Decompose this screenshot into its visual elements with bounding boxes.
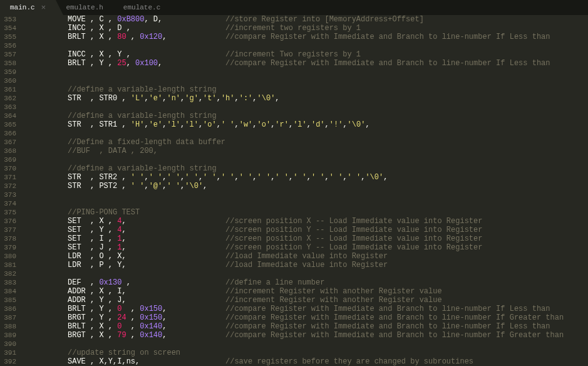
code-line[interactable]: //define a variable-length string [25, 164, 588, 173]
code-line[interactable]: ADDR , X , I,//increment Register with a… [25, 287, 588, 296]
code-line[interactable] [25, 269, 588, 278]
line-number: 361 [0, 85, 16, 94]
code-line[interactable]: BRGT , Y , 24 , 0x150,//compare Register… [25, 313, 588, 322]
code-line[interactable] [25, 199, 588, 208]
line-number: 356 [0, 41, 16, 50]
line-number: 367 [0, 138, 16, 147]
code-line[interactable]: //PING-PONG TEST [25, 208, 588, 217]
code-line[interactable]: BRLT , Y , 25, 0x100,//compare Register … [25, 59, 588, 68]
line-number: 382 [0, 269, 16, 278]
code-line[interactable]: BRGT , X , 79 , 0x140,//compare Register… [25, 331, 588, 340]
code-line[interactable]: BRLT , Y , 0 , 0x150,//compare Register … [25, 305, 588, 313]
line-number: 370 [0, 164, 16, 173]
tab-label: emulate.h [66, 4, 103, 11]
code-line[interactable]: SET , X , 4,//screen position X -- Load … [25, 217, 588, 226]
code-line[interactable]: SET , I , 1,//screen position X -- Load … [25, 234, 588, 243]
line-number: 358 [0, 59, 16, 68]
line-comment: //compare Register with Immediate and Br… [225, 313, 564, 322]
code-line[interactable]: STR , STR2 , ' ',' ',' ',' ',' ',' ',' '… [25, 173, 588, 182]
line-number: 387 [0, 313, 16, 322]
code-line[interactable] [25, 76, 588, 85]
line-comment: //compare Register with Immediate and Br… [225, 305, 550, 313]
tab-label: emulate.c [123, 4, 160, 11]
line-number: 364 [0, 112, 16, 120]
line-number: 390 [0, 340, 16, 348]
line-comment: //screen position X -- Load Immediate va… [225, 234, 482, 243]
line-comment: //increment Two registers by 1 [225, 50, 361, 59]
code-line[interactable] [25, 191, 588, 199]
code-line[interactable] [25, 68, 588, 76]
code-line[interactable]: STR , PST2 , ' ','@',' ','\0', [25, 182, 588, 191]
line-comment: //define a line number [225, 278, 324, 287]
code-line[interactable]: //define a variable-length string [25, 112, 588, 120]
line-comment: //store Register into [MemoryAddress+Off… [225, 15, 424, 24]
line-comment: //increment Register with another Regist… [225, 296, 442, 305]
close-icon[interactable]: × [41, 3, 46, 13]
code-line[interactable]: //Define a fixed-length data buffer [25, 138, 588, 147]
tab-emulate-h[interactable]: emulate.h [56, 0, 113, 15]
line-number: 375 [0, 208, 16, 217]
line-number: 355 [0, 33, 16, 41]
code-editor[interactable]: 3533543553563573583593603613623633643653… [0, 15, 588, 366]
code-line[interactable]: BRLT , X , 0 , 0x140,//compare Register … [25, 322, 588, 331]
line-number: 360 [0, 76, 16, 85]
line-comment: //load Immediate value into Register [225, 261, 388, 269]
tab-bar: main.c × emulate.h emulate.c [0, 0, 588, 15]
code-line[interactable]: LDR , O , X,//load Immediate value into … [25, 252, 588, 261]
code-line[interactable] [25, 340, 588, 348]
line-number: 354 [0, 24, 16, 33]
code-line[interactable] [25, 41, 588, 50]
line-number: 372 [0, 182, 16, 191]
line-number: 388 [0, 322, 16, 331]
code-line[interactable]: BRLT , X , 80 , 0x120,//compare Register… [25, 33, 588, 41]
tab-emulate-c[interactable]: emulate.c [113, 0, 170, 15]
line-number: 369 [0, 155, 16, 164]
code-line[interactable]: //BUF , DATA , 200, [25, 147, 588, 155]
line-comment: //compare Register with Immediate and Br… [225, 331, 564, 340]
code-line[interactable]: STR , STR1 , 'H','e','l','l','o',' ','w'… [25, 120, 588, 129]
line-number: 359 [0, 68, 16, 76]
code-area[interactable]: MOVE , C , 0xB800, D,//store Register in… [23, 15, 588, 366]
code-line[interactable]: SET , Y , 4,//screen position Y -- Load … [25, 226, 588, 234]
tab-label: main.c [10, 4, 35, 11]
code-line[interactable]: LDR , P , Y,//load Immediate value into … [25, 261, 588, 269]
line-number: 376 [0, 217, 16, 226]
line-number: 362 [0, 94, 16, 103]
line-number: 357 [0, 50, 16, 59]
line-comment: //increment Register with another Regist… [225, 287, 442, 296]
line-number: 368 [0, 147, 16, 155]
line-number: 383 [0, 278, 16, 287]
code-line[interactable] [25, 155, 588, 164]
line-number: 392 [0, 357, 16, 366]
line-comment: //screen position X -- Load Immediate va… [225, 217, 482, 226]
code-line[interactable]: ADDR , Y , J,//increment Register with a… [25, 296, 588, 305]
line-number: 365 [0, 120, 16, 129]
code-line[interactable]: SAVE , X,Y,I,ns,//save registers before … [25, 357, 588, 366]
line-number: 381 [0, 261, 16, 269]
line-number: 377 [0, 226, 16, 234]
code-line[interactable]: //update string on screen [25, 348, 588, 357]
line-number: 374 [0, 199, 16, 208]
tab-main-c[interactable]: main.c × [0, 0, 56, 15]
line-comment: //compare Register with Immediate and Br… [225, 322, 550, 331]
code-line[interactable]: MOVE , C , 0xB800, D,//store Register in… [25, 15, 588, 24]
line-comment: //increment two registers by 1 [225, 24, 361, 33]
code-line[interactable]: DEF , 0x130 ,//define a line number [25, 278, 588, 287]
line-number: 379 [0, 243, 16, 252]
code-line[interactable]: //define a variable-length string [25, 85, 588, 94]
line-number: 378 [0, 234, 16, 243]
line-number: 386 [0, 305, 16, 313]
code-line[interactable] [25, 103, 588, 112]
code-line[interactable] [25, 129, 588, 138]
code-line[interactable]: STR , STR0 , 'L','e','n','g','t','h',':'… [25, 94, 588, 103]
line-comment: //screen position Y -- Load Immediate va… [225, 226, 482, 234]
line-number: 384 [0, 287, 16, 296]
line-comment: //load Immediate value into Register [225, 252, 388, 261]
code-line[interactable]: INCC , X , Y ,//increment Two registers … [25, 50, 588, 59]
line-comment: //compare Register with Immediate and Br… [225, 33, 550, 41]
code-line[interactable]: SET , J , 1,//screen position Y -- Load … [25, 243, 588, 252]
line-number: 391 [0, 348, 16, 357]
line-comment: //compare Register with Immediate and Br… [225, 59, 550, 68]
line-number: 363 [0, 103, 16, 112]
code-line[interactable]: INCC , X , D ,//increment two registers … [25, 24, 588, 33]
